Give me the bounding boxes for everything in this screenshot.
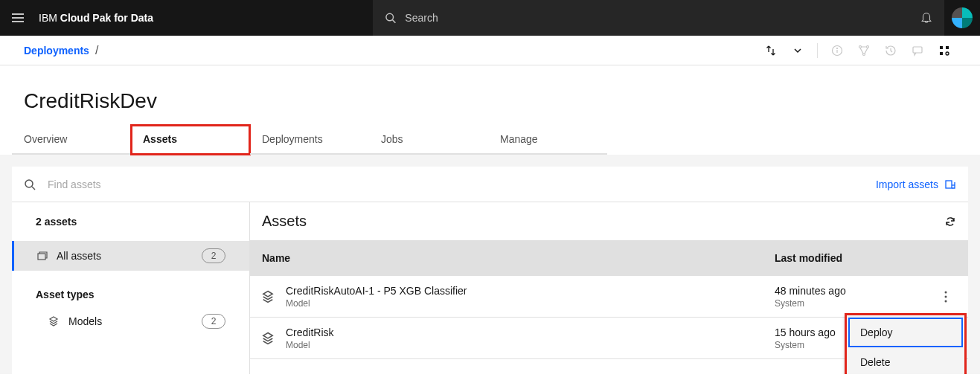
overflow-icon	[944, 291, 947, 303]
menu-button[interactable]	[0, 10, 36, 25]
sidebar-item-models[interactable]: Models 2	[12, 306, 249, 336]
chat-icon	[912, 45, 923, 57]
asset-types-heading: Asset types	[12, 271, 249, 306]
svg-point-3	[386, 13, 394, 21]
flow-button[interactable]	[852, 39, 876, 62]
panel-toolbar: Import assets	[12, 167, 968, 202]
svg-point-15	[946, 52, 949, 55]
menu-item-deploy[interactable]: Deploy	[848, 318, 963, 347]
settings-button[interactable]	[932, 39, 956, 62]
search-icon	[385, 12, 396, 24]
sidebar-item-all-assets[interactable]: All assets 2	[12, 241, 249, 271]
content-area: Import assets 2 assets All assets 2 Asse…	[0, 155, 980, 374]
row-context-menu: Deploy Delete	[846, 315, 965, 374]
row-overflow-button[interactable]	[934, 285, 958, 309]
history-icon	[885, 45, 897, 57]
search-input[interactable]	[405, 12, 897, 24]
tab-bar: Overview Assets Deployments Jobs Manage	[0, 125, 980, 155]
model-icon	[260, 289, 275, 304]
svg-rect-14	[940, 52, 943, 55]
panel-body: 2 assets All assets 2 Asset types Models…	[12, 202, 968, 374]
find-wrapper	[24, 178, 876, 190]
svg-rect-13	[946, 46, 949, 49]
model-icon	[260, 331, 275, 346]
global-header: IBM Cloud Pak for Data	[0, 0, 980, 36]
asset-name[interactable]: CreditRisk	[286, 326, 775, 338]
breadcrumb-bar: Deployments /	[0, 36, 980, 65]
info-icon	[831, 45, 843, 57]
history-button[interactable]	[879, 39, 903, 62]
chat-button[interactable]	[906, 39, 929, 62]
import-assets-link[interactable]: Import assets	[876, 178, 956, 190]
svg-point-9	[867, 45, 869, 48]
assets-main: Assets Name Last modified CreditRiskAu	[250, 202, 968, 374]
tab-jobs[interactable]: Jobs	[369, 125, 488, 155]
asset-type-label: Model	[286, 340, 775, 350]
import-assets-label: Import assets	[876, 178, 938, 190]
assets-main-header: Assets	[250, 202, 968, 240]
header-actions	[909, 0, 980, 36]
assets-panel: Import assets 2 assets All assets 2 Asse…	[12, 167, 968, 374]
modified-source: System	[775, 298, 923, 309]
table-row[interactable]: CreditRiskAutoAI-1 - P5 XGB Classifier M…	[250, 276, 968, 318]
svg-line-4	[393, 20, 396, 23]
svg-point-7	[837, 48, 838, 48]
notifications-button[interactable]	[909, 0, 944, 36]
import-icon	[944, 178, 956, 190]
table-header: Name Last modified	[250, 240, 968, 276]
tab-manage[interactable]: Manage	[488, 125, 607, 155]
svg-point-8	[859, 45, 862, 48]
tab-overview[interactable]: Overview	[12, 125, 131, 155]
page-actions	[759, 39, 956, 62]
breadcrumb-separator: /	[95, 44, 98, 57]
count-badge: 2	[202, 314, 225, 329]
refresh-icon	[944, 216, 956, 228]
breadcrumb-deployments[interactable]: Deployments	[24, 45, 89, 57]
col-modified-header: Last modified	[775, 252, 923, 264]
col-name-header: Name	[250, 252, 775, 264]
stack-icon	[36, 250, 48, 262]
tab-assets[interactable]: Assets	[131, 125, 250, 155]
settings-icon	[938, 45, 950, 57]
modified-cell: 48 minutes ago System	[775, 285, 923, 309]
tab-deployments[interactable]: Deployments	[250, 125, 369, 155]
hamburger-icon	[10, 10, 25, 25]
import-export-dropdown[interactable]	[786, 39, 810, 62]
info-button[interactable]	[825, 39, 849, 62]
import-export-button[interactable]	[759, 39, 783, 62]
menu-item-delete[interactable]: Delete	[848, 347, 963, 374]
avatar-button[interactable]	[944, 0, 980, 36]
chevron-down-icon	[793, 46, 802, 55]
search-icon	[24, 178, 36, 190]
bell-icon	[920, 11, 933, 25]
modified-time: 48 minutes ago	[775, 285, 923, 297]
find-assets-input[interactable]	[48, 178, 196, 190]
assets-title: Assets	[262, 213, 307, 230]
global-search[interactable]	[373, 0, 909, 36]
assets-sidebar: 2 assets All assets 2 Asset types Models…	[12, 202, 250, 374]
asset-type-icon-cell	[250, 289, 286, 304]
sidebar-item-label: All assets	[57, 250, 101, 262]
page-header: CreditRiskDev	[0, 65, 980, 125]
svg-rect-11	[913, 47, 922, 53]
model-icon	[48, 315, 60, 327]
svg-rect-18	[946, 181, 952, 188]
divider	[817, 43, 818, 58]
svg-point-22	[945, 300, 947, 302]
page-title: CreditRiskDev	[24, 89, 956, 113]
svg-point-20	[945, 291, 947, 293]
asset-type-label: Model	[286, 298, 775, 309]
svg-point-16	[25, 180, 33, 187]
count-badge: 2	[202, 248, 225, 263]
brand-label: IBM Cloud Pak for Data	[39, 12, 153, 24]
svg-line-17	[32, 187, 35, 190]
asset-type-icon-cell	[250, 331, 286, 346]
asset-name-cell: CreditRiskAutoAI-1 - P5 XGB Classifier M…	[286, 285, 775, 309]
assets-count: 2 assets	[12, 202, 249, 241]
import-export-icon	[765, 45, 777, 57]
avatar-icon	[952, 7, 973, 28]
asset-name-cell: CreditRisk Model	[286, 326, 775, 350]
svg-point-21	[945, 295, 947, 297]
asset-name[interactable]: CreditRiskAutoAI-1 - P5 XGB Classifier	[286, 285, 775, 297]
refresh-button[interactable]	[944, 216, 956, 228]
